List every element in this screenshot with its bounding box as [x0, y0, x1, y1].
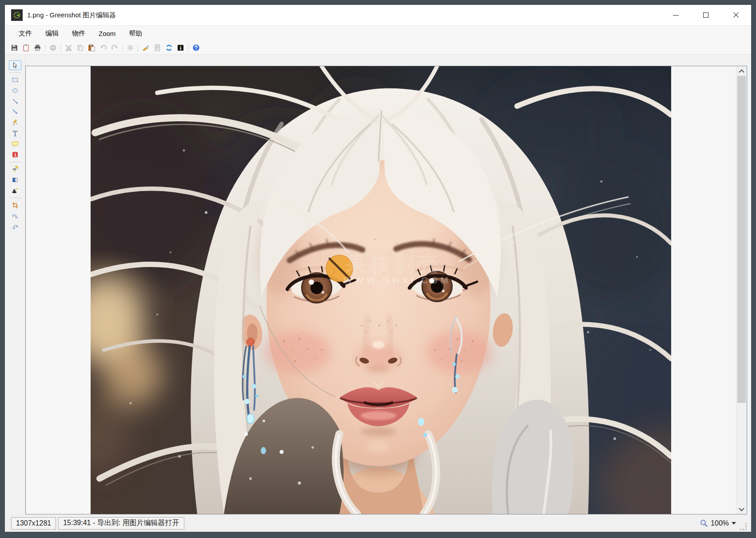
copy-button[interactable]	[74, 43, 86, 53]
undo-button[interactable]	[97, 43, 109, 53]
tool-add-counter[interactable]	[9, 150, 21, 159]
toolbar	[5, 41, 751, 55]
tool-draw-freehand[interactable]	[9, 118, 21, 128]
save-button[interactable]	[8, 43, 20, 53]
minimize-icon	[673, 15, 679, 16]
zoom-level-value: 100%	[711, 519, 729, 527]
paste-button[interactable]	[86, 43, 97, 53]
magic-wand-icon	[142, 44, 150, 52]
edited-image[interactable]: 果核剥壳 WWW.GHXI.COM	[91, 66, 671, 514]
tool-highlight[interactable]	[9, 164, 21, 174]
tool-rotate-clockwise[interactable]	[9, 211, 21, 221]
portrait-artwork: 果核剥壳 WWW.GHXI.COM	[91, 66, 671, 514]
maximize-icon	[703, 12, 708, 18]
toolpanel-divider	[9, 72, 21, 73]
rotate-ccw-icon	[12, 223, 19, 230]
tool-obfuscate[interactable]	[9, 175, 21, 185]
remove-button[interactable]	[47, 43, 59, 53]
cut-button[interactable]	[63, 43, 74, 53]
maximize-button[interactable]	[691, 5, 721, 25]
plugin-info-button[interactable]	[175, 43, 186, 53]
main-area: 果核剥壳 WWW.GHXI.COM	[5, 55, 751, 514]
tool-selection-cursor[interactable]	[9, 60, 21, 70]
canvas-area: 果核剥壳 WWW.GHXI.COM	[25, 55, 751, 514]
effects-hat-icon	[12, 187, 19, 194]
close-icon	[733, 12, 739, 18]
paste-icon	[88, 44, 95, 52]
menu-help[interactable]: 帮助	[122, 26, 149, 41]
zoom-dropdown-arrow[interactable]	[732, 522, 736, 525]
chevron-up-icon	[739, 69, 744, 75]
window-controls	[661, 5, 751, 25]
clipboard-icon	[22, 44, 30, 52]
canvas-viewport[interactable]: 果核剥壳 WWW.GHXI.COM	[26, 66, 736, 514]
close-button[interactable]	[721, 5, 751, 25]
effects-button[interactable]	[140, 43, 151, 53]
line-icon	[12, 98, 19, 105]
speechbubble-icon	[12, 140, 19, 147]
remove-icon	[49, 44, 57, 52]
rotate-cw-icon	[12, 212, 19, 219]
ellipse-icon	[12, 87, 19, 94]
arrow-icon	[12, 108, 19, 116]
scroll-up-button[interactable]	[736, 66, 747, 75]
titlebar: 1.png - Greenshot 图片编辑器	[5, 5, 751, 25]
tool-crop[interactable]	[9, 200, 21, 210]
refresh-icon	[165, 44, 173, 52]
scrollbar-track[interactable]	[736, 75, 747, 505]
greenshot-editor-window: 1.png - Greenshot 图片编辑器 文件 编辑 物件 Zoom 帮助	[0, 0, 756, 538]
crop-icon	[12, 202, 19, 209]
cursor-icon	[12, 62, 19, 69]
vertical-scrollbar[interactable]	[736, 66, 747, 514]
statusbar: 1307x1281 15:39:41 - 导出到: 用图片编辑器打开 100%	[5, 514, 751, 532]
settings-button[interactable]	[124, 43, 136, 53]
menu-edit[interactable]: 编辑	[39, 26, 65, 41]
obfuscate-icon	[12, 176, 19, 183]
toolbar-divider	[122, 44, 123, 52]
gear-icon	[127, 44, 134, 52]
copy-icon	[76, 44, 84, 52]
magnifier-icon	[700, 519, 708, 527]
rectangle-icon	[12, 76, 19, 84]
menu-file[interactable]: 文件	[12, 26, 39, 41]
drawing-toolpanel	[5, 55, 25, 514]
chevron-down-icon	[739, 506, 744, 511]
undo-icon	[99, 44, 107, 52]
tool-add-effects[interactable]	[9, 186, 21, 195]
scroll-down-button[interactable]	[736, 505, 747, 514]
menu-object[interactable]: 物件	[65, 26, 92, 41]
copy-to-clipboard-button[interactable]	[20, 43, 32, 53]
print-button[interactable]	[32, 43, 43, 53]
highlighter-icon	[12, 166, 19, 173]
toolbar-divider	[188, 44, 188, 52]
tool-draw-line[interactable]	[9, 96, 21, 106]
tool-add-textbox[interactable]	[9, 128, 21, 138]
minimize-button[interactable]	[661, 5, 691, 25]
image-size-status: 1307x1281	[11, 517, 56, 530]
scrollbar-thumb[interactable]	[737, 76, 746, 403]
tool-rotate-counterclockwise[interactable]	[9, 222, 21, 231]
tool-draw-arrow[interactable]	[9, 107, 21, 117]
window-resize-grip[interactable]	[740, 524, 747, 530]
redo-icon	[111, 44, 119, 52]
tool-add-speechbubble[interactable]	[9, 139, 21, 149]
zoom-control[interactable]: 100%	[700, 519, 736, 527]
toolpanel-divider	[9, 198, 21, 198]
help-button[interactable]	[190, 43, 202, 53]
toolpanel-divider	[9, 162, 21, 162]
menu-zoom[interactable]: Zoom	[92, 26, 122, 41]
watermark: 果核剥壳 WWW.GHXI.COM	[326, 252, 451, 285]
counter-icon	[12, 151, 19, 158]
watermark-text-main: 果核剥壳	[345, 252, 442, 275]
info-icon	[177, 44, 184, 52]
toolbar-divider	[45, 44, 45, 52]
print-icon	[34, 44, 41, 52]
tool-draw-rectangle[interactable]	[9, 75, 21, 85]
document-button[interactable]	[151, 43, 163, 53]
redo-button[interactable]	[109, 43, 120, 53]
window-title: 1.png - Greenshot 图片编辑器	[27, 11, 116, 20]
tool-draw-ellipse[interactable]	[9, 86, 21, 96]
cut-icon	[65, 44, 72, 52]
refresh-button[interactable]	[163, 43, 175, 53]
menubar: 文件 编辑 物件 Zoom 帮助	[5, 25, 751, 41]
